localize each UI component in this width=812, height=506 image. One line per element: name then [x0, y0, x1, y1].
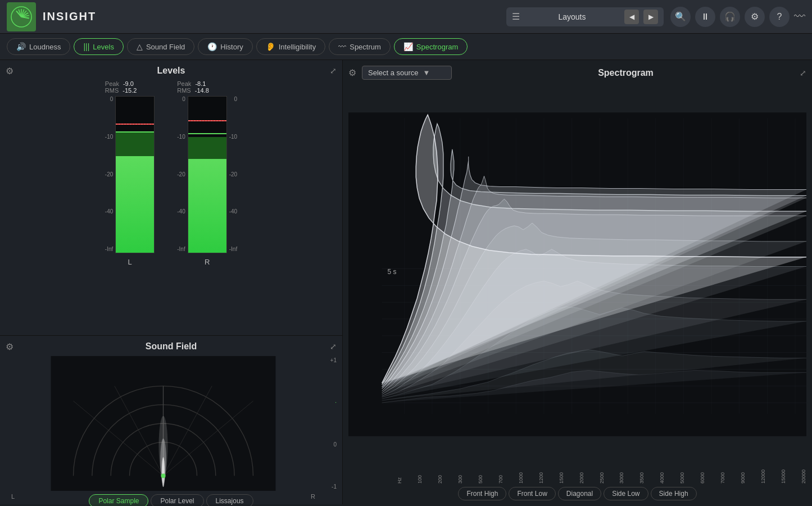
scale-labels-r2: 0 -10 -20 -40 -Inf: [229, 96, 237, 253]
rms-line-r: [188, 133, 226, 134]
help-button[interactable]: ?: [769, 7, 790, 27]
levels-header: ⚙ Levels ⤢: [6, 66, 337, 76]
soundfield-settings-button[interactable]: ⚙: [6, 341, 13, 352]
freq-300: 300: [443, 475, 463, 484]
freq-4000: 4000: [645, 472, 665, 484]
peak-label-l: Peak: [105, 80, 119, 87]
freq-12000: 12000: [746, 469, 766, 484]
peak-line-l: [116, 124, 154, 125]
freq-1200: 1200: [524, 472, 544, 484]
soundfield-icon: △: [137, 42, 143, 51]
spectrogram-container: 5 s: [348, 83, 806, 466]
tabs-bar: 🔊 Loudness ||| Levels △ Sound Field 🕐 Hi…: [0, 34, 812, 60]
scale-plus1: +1: [330, 357, 337, 363]
meter-dark-r: [188, 137, 226, 159]
soundfield-content: L R +1 · 0 -1: [6, 356, 337, 491]
meter-bar-r: [188, 96, 227, 253]
meter-green-r: [188, 159, 226, 253]
soundfield-title: Sound Field: [146, 341, 197, 352]
next-layout-button[interactable]: ▶: [643, 10, 658, 24]
channel-label-l: L: [128, 258, 131, 266]
freq-6000: 6000: [685, 472, 705, 484]
freq-200: 200: [423, 475, 443, 484]
scale-minus1: -1: [332, 484, 337, 490]
levels-content: Peak -9.0 RMS -15.2 0 -10 -20: [6, 80, 337, 322]
spec-settings-button[interactable]: ⚙: [348, 67, 356, 78]
tab-levels[interactable]: ||| Levels: [74, 38, 124, 55]
levels-title: Levels: [157, 66, 185, 76]
tab-spectrum[interactable]: 〰 Spectrum: [329, 38, 391, 55]
levels-icon: |||: [83, 42, 89, 51]
source-select-label: Select a source: [368, 69, 419, 77]
freq-hz: Hz: [382, 477, 402, 484]
spec-tab-diagonal[interactable]: Diagonal: [558, 487, 601, 500]
freq-700: 700: [483, 475, 503, 484]
left-panel: ⚙ Levels ⤢ Peak -9.0 RMS -15.2: [0, 60, 343, 504]
source-select-dropdown[interactable]: Select a source ▼: [362, 66, 452, 80]
freq-15000: 15000: [766, 469, 786, 484]
spec-tab-front-low[interactable]: Front Low: [509, 487, 555, 500]
rms-label-r: RMS: [177, 87, 190, 94]
channel-r-stats: Peak -8.1 RMS -14.8: [177, 80, 237, 94]
peak-value-l: -9.0: [123, 80, 134, 87]
soundfield-expand-button[interactable]: ⤢: [330, 342, 337, 351]
rms-value-r: -14.8: [195, 87, 209, 94]
logo: [7, 2, 36, 31]
spec-tab-side-low[interactable]: Side Low: [604, 487, 648, 500]
rms-value-l: -15.2: [123, 87, 137, 94]
peak-line-r: [188, 120, 226, 121]
freq-2000: 2000: [564, 472, 584, 484]
right-panel: ⚙ Select a source ▼ Spectrogram ⤢: [343, 60, 812, 504]
logo-icon: [10, 6, 33, 28]
loudness-icon: 🔊: [16, 42, 26, 51]
spec-expand-button[interactable]: ⤢: [800, 69, 806, 78]
freq-axis: Hz 100 200 300 500 700 1000 1200 1500 20…: [348, 467, 806, 484]
headphones-button[interactable]: 🎧: [720, 7, 740, 27]
soundfield-header: ⚙ Sound Field ⤢: [6, 341, 337, 352]
settings-button[interactable]: ⚙: [745, 7, 765, 27]
rms-label-l: RMS: [105, 87, 119, 94]
freq-3500: 3500: [624, 472, 645, 484]
levels-expand-button[interactable]: ⤢: [330, 66, 337, 75]
intelligibility-icon: 👂: [266, 42, 275, 51]
scale-dot: ·: [335, 399, 337, 405]
spec-tab-side-high[interactable]: Side High: [651, 487, 697, 500]
scale-zero: 0: [333, 441, 337, 448]
dropdown-arrow-icon: ▼: [423, 69, 430, 77]
freq-500: 500: [463, 475, 483, 484]
levels-settings-button[interactable]: ⚙: [6, 66, 13, 76]
spectrum-icon: 〰: [338, 42, 346, 51]
freq-7000: 7000: [705, 472, 725, 484]
peak-value-r: -8.1: [195, 80, 206, 87]
tab-history[interactable]: 🕐 History: [198, 38, 252, 55]
spectrogram-icon: 📈: [403, 42, 413, 51]
freq-20000: 20000: [786, 469, 806, 484]
freq-100: 100: [402, 475, 423, 484]
svg-point-18: [161, 473, 166, 478]
scale-labels-l: 0 -10 -20 -40 -Inf: [105, 96, 113, 253]
spec-bottom-tabs: Front High Front Low Diagonal Side Low S…: [348, 487, 806, 500]
signal-icon: 〰: [794, 10, 805, 23]
side-scale: +1 · 0 -1: [325, 356, 337, 491]
soundfield-panel: ⚙ Sound Field ⤢: [0, 336, 342, 504]
menu-icon: ☰: [512, 11, 520, 22]
tab-soundfield[interactable]: △ Sound Field: [127, 38, 194, 55]
tab-loudness[interactable]: 🔊 Loudness: [7, 38, 70, 55]
freq-2500: 2500: [584, 472, 605, 484]
header: INSIGHT ☰ Layouts ◀ ▶ 🔍 ⏸ 🎧 ⚙ ? 〰: [0, 0, 812, 34]
meter-bar-l: [115, 96, 155, 253]
main-content: ⚙ Levels ⤢ Peak -9.0 RMS -15.2: [0, 60, 812, 504]
time-label: 5 s: [388, 268, 397, 276]
svg-point-17: [159, 416, 168, 476]
search-button[interactable]: 🔍: [670, 7, 691, 27]
spectrogram-svg: 5 s: [348, 83, 806, 466]
polar-label-r: R: [311, 493, 315, 500]
prev-layout-button[interactable]: ◀: [624, 10, 639, 24]
scale-labels-r: 0 -10 -20 -40 -Inf: [177, 96, 185, 253]
spec-tab-front-high[interactable]: Front High: [458, 487, 506, 500]
pause-button[interactable]: ⏸: [695, 7, 715, 27]
freq-5000: 5000: [665, 472, 685, 484]
tab-intelligibility[interactable]: 👂 Intelligibility: [256, 38, 325, 55]
meter-area-l: 0 -10 -20 -40 -Inf: [105, 96, 155, 253]
tab-spectrogram[interactable]: 📈 Spectrogram: [394, 38, 468, 55]
